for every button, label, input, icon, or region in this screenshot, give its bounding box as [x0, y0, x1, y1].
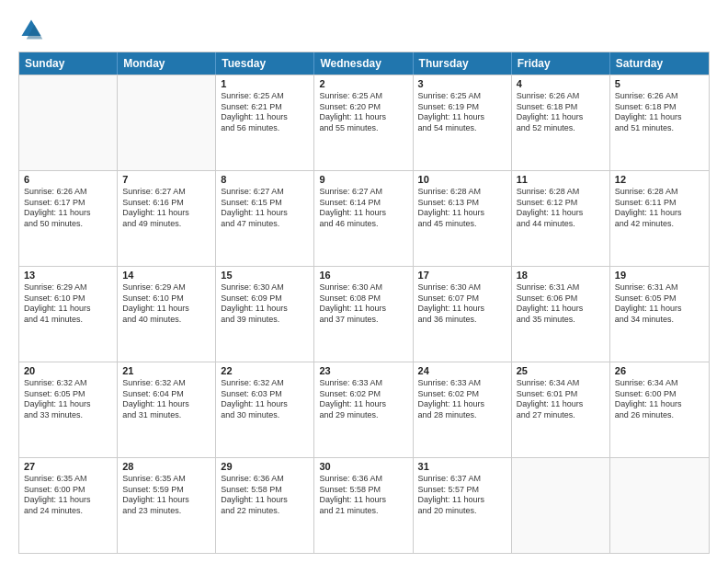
cell-info-line: and 42 minutes.: [615, 219, 704, 230]
cell-info-line: and 52 minutes.: [517, 123, 605, 134]
cal-cell: 25Sunrise: 6:34 AMSunset: 6:01 PMDayligh…: [512, 362, 610, 457]
logo: [18, 17, 48, 42]
cell-info-line: Sunrise: 6:31 AM: [615, 282, 704, 293]
cell-info-line: Sunrise: 6:33 AM: [418, 378, 506, 389]
cal-cell: 12Sunrise: 6:28 AMSunset: 6:11 PMDayligh…: [610, 171, 709, 266]
week-row-2: 6Sunrise: 6:26 AMSunset: 6:17 PMDaylight…: [19, 170, 709, 266]
cell-info-line: Daylight: 11 hours: [615, 304, 704, 315]
cell-info-line: Daylight: 11 hours: [418, 399, 506, 410]
cell-info-line: Sunrise: 6:28 AM: [517, 187, 605, 198]
day-number: 27: [24, 461, 112, 472]
header: [18, 17, 710, 42]
cell-info-line: Sunrise: 6:27 AM: [221, 187, 309, 198]
cell-info-line: Daylight: 11 hours: [221, 112, 309, 123]
cell-info-line: Daylight: 11 hours: [418, 495, 506, 506]
cal-cell: 1Sunrise: 6:25 AMSunset: 6:21 PMDaylight…: [216, 75, 314, 170]
day-number: 13: [24, 270, 112, 281]
cell-info-line: Daylight: 11 hours: [615, 112, 704, 123]
header-cell-tuesday: Tuesday: [216, 52, 314, 75]
day-number: 28: [122, 461, 210, 472]
day-number: 16: [319, 270, 407, 281]
cal-cell: 4Sunrise: 6:26 AMSunset: 6:18 PMDaylight…: [512, 75, 610, 170]
cell-info-line: and 36 minutes.: [418, 315, 506, 326]
cell-info-line: Sunset: 6:15 PM: [221, 198, 309, 209]
day-number: 11: [517, 174, 605, 185]
cell-info-line: Sunrise: 6:34 AM: [517, 378, 605, 389]
day-number: 20: [24, 365, 112, 376]
cell-info-line: Sunset: 5:58 PM: [221, 485, 309, 496]
cal-cell: [118, 75, 216, 170]
cal-cell: 19Sunrise: 6:31 AMSunset: 6:05 PMDayligh…: [610, 267, 709, 362]
cell-info-line: Sunrise: 6:25 AM: [418, 91, 506, 102]
cell-info-line: Daylight: 11 hours: [517, 112, 605, 123]
cell-info-line: Sunrise: 6:32 AM: [24, 378, 112, 389]
day-number: 1: [221, 78, 309, 89]
cell-info-line: Sunrise: 6:32 AM: [122, 378, 210, 389]
cal-cell: 5Sunrise: 6:26 AMSunset: 6:18 PMDaylight…: [610, 75, 709, 170]
cal-cell: 23Sunrise: 6:33 AMSunset: 6:02 PMDayligh…: [314, 362, 413, 457]
cell-info-line: Daylight: 11 hours: [319, 495, 407, 506]
cal-cell: 20Sunrise: 6:32 AMSunset: 6:05 PMDayligh…: [19, 362, 118, 457]
cell-info-line: Daylight: 11 hours: [122, 304, 210, 315]
cal-cell: 21Sunrise: 6:32 AMSunset: 6:04 PMDayligh…: [118, 362, 216, 457]
week-row-5: 27Sunrise: 6:35 AMSunset: 6:00 PMDayligh…: [19, 457, 709, 553]
cell-info-line: Sunset: 6:09 PM: [221, 293, 309, 304]
cell-info-line: Sunrise: 6:36 AM: [319, 474, 407, 485]
cell-info-line: Sunset: 6:10 PM: [122, 293, 210, 304]
cal-cell: 14Sunrise: 6:29 AMSunset: 6:10 PMDayligh…: [118, 267, 216, 362]
cell-info-line: Daylight: 11 hours: [418, 112, 506, 123]
cell-info-line: and 29 minutes.: [319, 410, 407, 421]
cell-info-line: and 23 minutes.: [122, 506, 210, 517]
day-number: 15: [221, 270, 309, 281]
cell-info-line: Sunset: 6:18 PM: [615, 102, 704, 113]
cell-info-line: Sunset: 6:02 PM: [319, 389, 407, 400]
cal-cell: 8Sunrise: 6:27 AMSunset: 6:15 PMDaylight…: [216, 171, 314, 266]
cell-info-line: Sunrise: 6:29 AM: [122, 282, 210, 293]
cell-info-line: Daylight: 11 hours: [517, 208, 605, 219]
cell-info-line: Daylight: 11 hours: [122, 495, 210, 506]
cell-info-line: Sunrise: 6:36 AM: [221, 474, 309, 485]
day-number: 3: [418, 78, 506, 89]
cell-info-line: and 46 minutes.: [319, 219, 407, 230]
day-number: 21: [122, 365, 210, 376]
cell-info-line: Daylight: 11 hours: [221, 495, 309, 506]
cell-info-line: Daylight: 11 hours: [319, 304, 407, 315]
cell-info-line: Sunrise: 6:26 AM: [24, 187, 112, 198]
day-number: 4: [517, 78, 605, 89]
calendar-header-row: SundayMondayTuesdayWednesdayThursdayFrid…: [19, 52, 709, 75]
cell-info-line: and 49 minutes.: [122, 219, 210, 230]
cell-info-line: and 33 minutes.: [24, 410, 112, 421]
cell-info-line: Sunset: 6:00 PM: [24, 485, 112, 496]
cal-cell: 18Sunrise: 6:31 AMSunset: 6:06 PMDayligh…: [512, 267, 610, 362]
cell-info-line: and 45 minutes.: [418, 219, 506, 230]
cell-info-line: Sunset: 6:21 PM: [221, 102, 309, 113]
cal-cell: 29Sunrise: 6:36 AMSunset: 5:58 PMDayligh…: [216, 458, 314, 553]
cell-info-line: Sunset: 6:11 PM: [615, 198, 704, 209]
day-number: 14: [122, 270, 210, 281]
cell-info-line: Daylight: 11 hours: [24, 304, 112, 315]
cell-info-line: and 51 minutes.: [615, 123, 704, 134]
cell-info-line: Daylight: 11 hours: [122, 399, 210, 410]
cell-info-line: Sunset: 6:20 PM: [319, 102, 407, 113]
week-row-1: 1Sunrise: 6:25 AMSunset: 6:21 PMDaylight…: [19, 75, 709, 170]
cell-info-line: Daylight: 11 hours: [221, 304, 309, 315]
cal-cell: 26Sunrise: 6:34 AMSunset: 6:00 PMDayligh…: [610, 362, 709, 457]
cell-info-line: Sunrise: 6:37 AM: [418, 474, 506, 485]
cell-info-line: Sunrise: 6:35 AM: [122, 474, 210, 485]
header-cell-thursday: Thursday: [414, 52, 512, 75]
cell-info-line: Sunset: 6:06 PM: [517, 293, 605, 304]
cell-info-line: Sunrise: 6:35 AM: [24, 474, 112, 485]
cell-info-line: Sunset: 6:16 PM: [122, 198, 210, 209]
cal-cell: 27Sunrise: 6:35 AMSunset: 6:00 PMDayligh…: [19, 458, 118, 553]
cell-info-line: Sunrise: 6:32 AM: [221, 378, 309, 389]
day-number: 12: [615, 174, 704, 185]
cal-cell: [512, 458, 610, 553]
cal-cell: 7Sunrise: 6:27 AMSunset: 6:16 PMDaylight…: [118, 171, 216, 266]
day-number: 18: [517, 270, 605, 281]
day-number: 29: [221, 461, 309, 472]
cell-info-line: Sunset: 6:17 PM: [24, 198, 112, 209]
cal-cell: 17Sunrise: 6:30 AMSunset: 6:07 PMDayligh…: [414, 267, 512, 362]
cell-info-line: Sunset: 6:07 PM: [418, 293, 506, 304]
day-number: 7: [122, 174, 210, 185]
cell-info-line: and 47 minutes.: [221, 219, 309, 230]
